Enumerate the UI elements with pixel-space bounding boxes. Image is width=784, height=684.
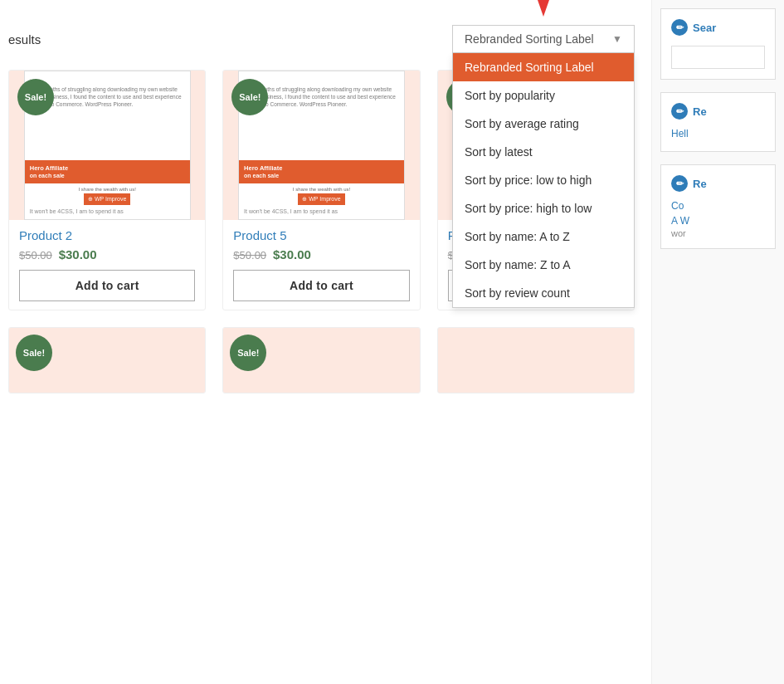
sidebar: ✏ Sear ✏ Re Hell ✏ Re Co A W wor bbox=[651, 0, 784, 684]
search-widget-icon: ✏ bbox=[671, 19, 688, 36]
widget3-text: A W bbox=[671, 213, 765, 228]
sort-option-popularity[interactable]: Sort by popularity bbox=[453, 81, 634, 110]
sort-selected-label: Rebranded Sorting Label bbox=[465, 32, 594, 46]
results-label: esults bbox=[8, 32, 41, 46]
widget3-subtitle: Co bbox=[671, 198, 765, 213]
product-card-bottom-2: Sale! bbox=[222, 327, 420, 393]
product-price-2: $50.00 $30.00 bbox=[19, 247, 195, 261]
sort-option-name-za[interactable]: Sort by name: Z to A bbox=[453, 251, 634, 279]
sort-option-review-count[interactable]: Sort by review count bbox=[453, 279, 634, 307]
arrow-indicator bbox=[527, 0, 560, 17]
sidebar-search-input[interactable] bbox=[671, 46, 765, 69]
product-image-2: Sale! · · · After months of struggling a… bbox=[9, 71, 205, 220]
sidebar-widget-3: ✏ Re Co A W wor bbox=[660, 164, 776, 249]
product-card-2: Sale! · · · After months of struggling a… bbox=[8, 70, 206, 310]
sale-badge-5: Sale! bbox=[231, 79, 268, 115]
sort-option-latest[interactable]: Sort by latest bbox=[453, 138, 634, 166]
chevron-down-icon: ▼ bbox=[612, 33, 622, 45]
product-grid-bottom: Sale! Sale! bbox=[8, 327, 635, 393]
widget2-title: Re bbox=[693, 105, 707, 118]
price-old-5: $50.00 bbox=[233, 249, 266, 261]
mock-card-top-5: · · · bbox=[244, 76, 399, 82]
widget2-icon: ✏ bbox=[671, 103, 688, 120]
sort-dropdown-menu: Rebranded Sorting Label Sort by populari… bbox=[452, 53, 635, 308]
mock-card-top: · · · bbox=[30, 76, 185, 82]
price-old-2: $50.00 bbox=[19, 249, 52, 261]
price-new-2: $30.00 bbox=[59, 247, 97, 261]
product-name-5: Product 5 bbox=[233, 228, 409, 242]
product-card-5: Sale! · · · After months of struggling a… bbox=[222, 70, 420, 310]
widget3-text2: wor bbox=[671, 228, 765, 238]
sidebar-widget-2: ✏ Re Hell bbox=[660, 92, 776, 152]
product-card-bottom-1: Sale! bbox=[8, 327, 206, 393]
sort-option-name-az[interactable]: Sort by name: A to Z bbox=[453, 222, 634, 251]
sale-badge-2: Sale! bbox=[17, 79, 54, 115]
product-image-5: Sale! · · · After months of struggling a… bbox=[223, 71, 419, 220]
sort-option-price-low[interactable]: Sort by price: low to high bbox=[453, 166, 634, 194]
sort-option-price-high[interactable]: Sort by price: high to low bbox=[453, 194, 634, 222]
product-name-2: Product 2 bbox=[19, 228, 195, 242]
add-to-cart-button-2[interactable]: Add to cart bbox=[19, 270, 195, 301]
widget2-text: Hell bbox=[671, 126, 765, 141]
sale-badge-bottom-1: Sale! bbox=[16, 335, 52, 371]
sort-option-rating[interactable]: Sort by average rating bbox=[453, 110, 634, 138]
sidebar-search-widget: ✏ Sear bbox=[660, 8, 776, 80]
sort-dropdown-wrapper[interactable]: Rebranded Sorting Label ▼ Rebranded Sort… bbox=[452, 25, 635, 53]
sale-badge-bottom-2: Sale! bbox=[230, 335, 266, 371]
product-card-bottom-3 bbox=[437, 327, 635, 393]
widget3-title: Re bbox=[693, 178, 707, 190]
add-to-cart-button-5[interactable]: Add to cart bbox=[233, 270, 409, 301]
sort-select-trigger[interactable]: Rebranded Sorting Label ▼ bbox=[452, 25, 635, 53]
search-widget-title: Sear bbox=[693, 22, 716, 34]
price-new-5: $30.00 bbox=[273, 247, 311, 261]
sort-option-rebranded[interactable]: Rebranded Sorting Label bbox=[453, 53, 634, 81]
widget3-icon: ✏ bbox=[671, 175, 688, 192]
product-price-5: $50.00 $30.00 bbox=[233, 247, 409, 261]
